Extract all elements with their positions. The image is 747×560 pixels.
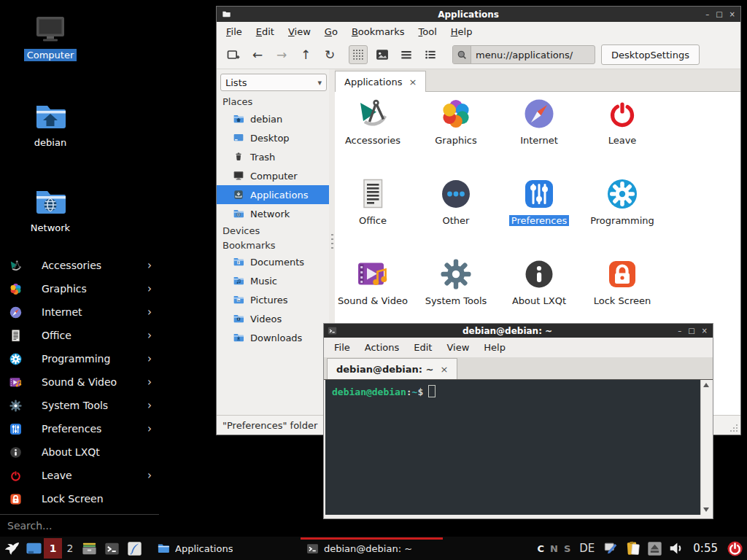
grid-item-preferences[interactable]: Preferences (499, 176, 579, 253)
sidebar-item-trash[interactable]: Trash (217, 147, 329, 166)
compact-view-button[interactable] (397, 45, 416, 64)
sidebar-mode-select[interactable]: Lists ▾ (220, 74, 327, 91)
fm-menu-tool[interactable]: Tool (419, 26, 437, 37)
quicklaunch-editor-button[interactable] (123, 541, 146, 556)
scroll-down-icon[interactable] (703, 508, 709, 512)
start-menu-button[interactable] (0, 540, 24, 557)
workspace-1-button[interactable]: 1 (44, 538, 62, 559)
menu-item-leave[interactable]: Leave› (0, 464, 159, 487)
resize-grip[interactable] (729, 424, 738, 432)
sidebar-item-network[interactable]: Network (217, 204, 329, 223)
terminal-scrollbar[interactable] (700, 380, 711, 515)
grid-item-other[interactable]: Other (416, 176, 496, 253)
scroll-up-icon[interactable] (703, 383, 709, 387)
menu-item-about-lxqt[interactable]: About LXQt (0, 440, 159, 464)
fm-menu-help[interactable]: Help (451, 26, 473, 37)
sidebar-item-pictures[interactable]: Pictures (217, 290, 329, 309)
sidebar-item-home[interactable]: debian (217, 109, 329, 128)
grid-item-system-tools[interactable]: System Tools (416, 257, 496, 333)
menu-item-system-tools[interactable]: System Tools› (0, 394, 159, 417)
menu-item-programming[interactable]: Programming› (0, 347, 159, 370)
terminal-screen[interactable]: debian@debian:~$ (325, 380, 700, 515)
sidebar-item-applications[interactable]: Applications (217, 185, 329, 204)
menu-item-accessories[interactable]: Accessories› (0, 254, 159, 277)
desktop-icon-home[interactable]: debian (15, 99, 86, 149)
grid-item-leave[interactable]: Leave (582, 96, 662, 173)
desktop-settings-button[interactable]: DesktopSettings (601, 44, 700, 65)
workspace-2-button[interactable]: 2 (62, 538, 78, 559)
fm-titlebar[interactable]: Applications – □ × (217, 7, 740, 22)
fm-menu-go[interactable]: Go (325, 26, 338, 37)
menu-item-office[interactable]: Office› (0, 324, 159, 347)
terminal-menu-actions[interactable]: Actions (365, 342, 400, 353)
grid-item-graphics[interactable]: Graphics (416, 96, 496, 173)
terminal-titlebar[interactable]: debian@debian: ~ – □ × (324, 324, 713, 338)
task-terminal[interactable]: debian@debian: ~ (301, 537, 443, 560)
fm-menu-view[interactable]: View (288, 26, 311, 37)
maximize-button[interactable]: □ (716, 10, 722, 18)
thumbnail-view-button[interactable] (373, 45, 392, 64)
tab-close-icon[interactable]: × (440, 364, 448, 375)
sidebar-item-documents[interactable]: Documents (217, 252, 329, 271)
grid-item-internet[interactable]: Internet (499, 96, 579, 173)
tab-applications[interactable]: Applications × (335, 71, 426, 92)
minimize-button[interactable]: – (705, 10, 709, 18)
detailed-view-button[interactable] (421, 45, 440, 64)
sidebar-item-desktop[interactable]: Desktop (217, 128, 329, 147)
task-file-manager[interactable]: Applications (151, 537, 293, 560)
tab-close-icon[interactable]: × (409, 77, 417, 88)
desktop-icon-computer[interactable]: Computer (15, 12, 86, 61)
terminal-menu-file[interactable]: File (334, 342, 350, 353)
terminal-menu-help[interactable]: Help (484, 342, 506, 353)
desktop-icon-network[interactable]: Network (15, 184, 86, 234)
menu-item-internet[interactable]: Internet› (0, 300, 159, 324)
grid-item-lock-screen[interactable]: Lock Screen (582, 257, 662, 333)
quicklaunch-archiver-button[interactable] (78, 540, 101, 557)
maximize-button[interactable]: □ (688, 327, 694, 335)
grid-item-accessories[interactable]: Accessories (335, 96, 413, 173)
grid-item-about-lxqt[interactable]: About LXQt (499, 257, 579, 333)
screenshot-tray-icon[interactable] (603, 540, 619, 556)
clock[interactable]: 0:55 (693, 542, 718, 555)
quicklaunch-terminal-button[interactable] (101, 541, 123, 556)
sidebar-item-computer[interactable]: Computer (217, 166, 329, 185)
fm-menu-edit[interactable]: Edit (256, 26, 274, 37)
terminal-menu-view[interactable]: View (446, 342, 469, 353)
keyboard-layout-indicator[interactable]: DE (579, 542, 595, 555)
terminal-tab[interactable]: debian@debian: ~ × (327, 358, 457, 379)
up-button[interactable]: ↑ (296, 45, 315, 64)
power-button[interactable] (727, 540, 743, 557)
menu-item-preferences[interactable]: Preferences› (0, 417, 159, 440)
show-desktop-button[interactable] (24, 540, 44, 557)
address-lens-chip (453, 46, 471, 63)
back-button[interactable]: ← (248, 45, 267, 64)
removable-media-icon[interactable] (647, 541, 662, 556)
grid-item-office[interactable]: Office (335, 176, 413, 253)
forward-button[interactable]: → (272, 45, 291, 64)
reload-button[interactable]: ↻ (320, 45, 339, 64)
scrolllock-indicator[interactable]: S (564, 543, 570, 554)
grid-item-sound-video[interactable]: Sound & Video (335, 257, 413, 333)
new-tab-button[interactable] (224, 45, 243, 64)
icon-view-button[interactable] (349, 45, 368, 64)
close-button[interactable]: × (729, 10, 735, 18)
sidebar-item-videos[interactable]: Videos (217, 309, 329, 328)
clipboard-tray-icon[interactable] (625, 540, 641, 556)
grid-item-programming[interactable]: Programming (582, 176, 662, 253)
close-button[interactable]: × (702, 327, 708, 335)
capslock-indicator[interactable]: C (537, 543, 544, 554)
terminal-menu-edit[interactable]: Edit (414, 342, 432, 353)
menu-item-sound-video[interactable]: Sound & Video› (0, 370, 159, 394)
sidebar-item-music[interactable]: Music (217, 271, 329, 290)
menu-search-input[interactable]: Search... (0, 514, 159, 536)
address-bar[interactable]: menu://applications/ (452, 45, 595, 64)
fm-menu-file[interactable]: File (226, 26, 242, 37)
minimize-button[interactable]: – (678, 327, 681, 335)
menu-item-lock-screen[interactable]: Lock Screen (0, 487, 159, 510)
sidebar-item-downloads[interactable]: Downloads (217, 328, 329, 347)
grid-item-label: Graphics (435, 135, 476, 146)
numlock-indicator[interactable]: N (550, 543, 558, 554)
volume-icon[interactable] (668, 540, 684, 556)
menu-item-graphics[interactable]: Graphics› (0, 277, 159, 300)
fm-menu-bookmarks[interactable]: Bookmarks (352, 26, 405, 37)
